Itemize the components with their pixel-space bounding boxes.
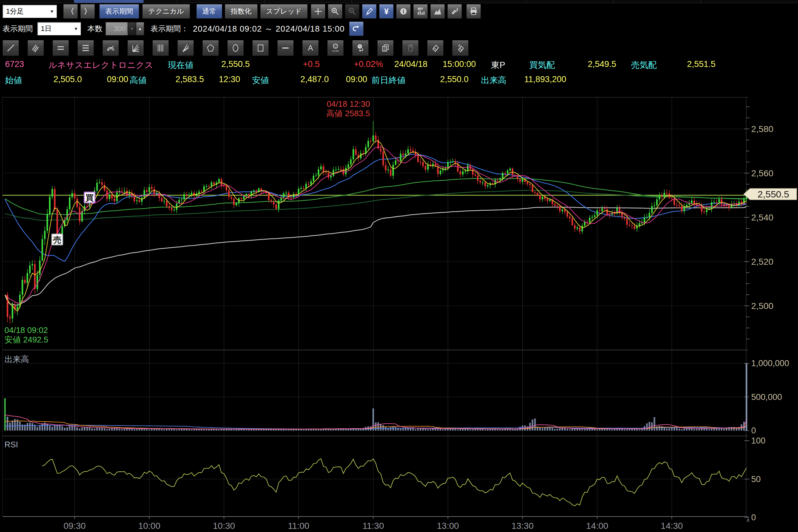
volume-bar (216, 429, 217, 431)
tool-fan-lines[interactable] (127, 40, 144, 56)
volume-bar (84, 427, 85, 431)
period-select[interactable]: 1日 ▼ (37, 22, 81, 35)
tool-trendline[interactable] (2, 40, 19, 56)
pentagon-icon (206, 43, 215, 53)
price-axis-label: 2,540 (751, 213, 773, 223)
chart-canvas[interactable]: 2,5802,5602,5402,5202,5001,000,000500,00… (0, 92, 798, 532)
tool-time-cycle[interactable] (352, 40, 369, 56)
volume-axis-label: 0 (751, 426, 756, 435)
volume-bar (57, 425, 58, 431)
candle-body (303, 188, 305, 189)
candle-body (335, 170, 337, 170)
candle-body (313, 176, 314, 181)
bar-count-up-button[interactable]: ▲ (136, 22, 144, 35)
volume-bar (106, 429, 108, 431)
tool-ellipse[interactable] (227, 40, 244, 56)
volume-bar (96, 428, 98, 431)
top-strip-accent (74, 0, 144, 3)
volume-bar (442, 429, 443, 431)
volume-bar (49, 425, 51, 431)
text-icon: A (306, 43, 314, 53)
volume-bar (218, 430, 220, 431)
candle-body (221, 179, 222, 186)
tool-copy-object[interactable] (377, 40, 394, 56)
info-button[interactable]: i (396, 4, 411, 19)
tool-vertical-lines[interactable] (152, 40, 169, 56)
volume-bar (32, 423, 33, 431)
candle-body (380, 149, 382, 152)
my-chart-button[interactable]: MY (413, 4, 428, 19)
volume-bar (116, 428, 117, 431)
volume-bar (246, 430, 247, 431)
time-axis-label: 10:00 (138, 521, 160, 531)
volume-bar (221, 429, 222, 431)
display-period-button[interactable]: 表示期間 (99, 4, 139, 19)
quote-time: 15:00:00 (442, 59, 476, 69)
tool-text[interactable]: A (302, 40, 319, 56)
draw-mode-button[interactable] (362, 4, 377, 19)
next-button[interactable]: 〉 (80, 4, 95, 19)
tool-horizontal-line[interactable] (277, 40, 294, 56)
interval-select[interactable]: 1分足 ▼ (2, 5, 57, 18)
reset-range-button[interactable] (349, 21, 364, 36)
candle-body (539, 195, 541, 200)
settings-button[interactable] (447, 4, 462, 19)
time-axis-label: 10:30 (213, 521, 235, 531)
candle-body (124, 191, 125, 191)
volume-bar (258, 429, 259, 431)
tool-icon-stamp[interactable]: ICON (327, 40, 344, 56)
tool-two-horizontal-lines[interactable] (53, 40, 69, 56)
tool-hand-drag[interactable] (402, 40, 419, 56)
volume-bar (131, 429, 133, 431)
volume-bar (151, 429, 153, 431)
tool-pentagon[interactable] (202, 40, 219, 56)
tool-rectangle[interactable] (252, 40, 269, 56)
tool-eraser-text[interactable]: A (452, 40, 469, 56)
pencil-icon (365, 7, 374, 16)
eraser-icon (431, 43, 439, 53)
tool-parallel-channel[interactable] (28, 40, 44, 56)
print-button[interactable] (466, 4, 481, 19)
icon-stamp-icon: ICON (331, 43, 340, 53)
candle-body (286, 192, 287, 193)
trendline-icon (7, 43, 15, 53)
crosshair-button[interactable] (311, 4, 325, 19)
volume-bar (275, 430, 277, 431)
candle-body (226, 186, 227, 190)
volume-bar (303, 430, 305, 431)
spread-mode-button[interactable]: スプレッド (260, 4, 308, 19)
bar-count-down-button[interactable]: ▼ (128, 22, 136, 35)
candle-body (345, 168, 346, 174)
tool-pitchfork[interactable] (177, 40, 194, 56)
technical-button[interactable]: テクニカル (142, 4, 190, 19)
candle-body (139, 200, 140, 202)
tool-eraser[interactable] (427, 40, 443, 56)
candle-body (268, 193, 269, 200)
prev-button[interactable]: 〈 (63, 4, 78, 19)
time-axis-label: 13:00 (437, 521, 459, 531)
printer-icon (469, 7, 478, 16)
zoom-out-button[interactable] (345, 4, 360, 19)
bar-count-input[interactable]: 300 (106, 22, 128, 35)
indexed-mode-button[interactable]: 指数化 (225, 4, 258, 19)
normal-mode-button[interactable]: 通常 (196, 4, 222, 19)
tool-three-horizontal-lines[interactable] (77, 40, 94, 56)
candle-body (519, 179, 521, 182)
volume-bar (666, 429, 668, 431)
svg-text:A: A (308, 43, 313, 52)
time-axis-label: 13:30 (511, 521, 534, 531)
tool-fibonacci-arc[interactable] (103, 40, 119, 56)
candle-body (649, 213, 650, 217)
candle-body (728, 206, 730, 208)
chart-area[interactable]: 2,5802,5602,5402,5202,5001,000,000500,00… (0, 92, 798, 532)
candle-body (407, 149, 409, 154)
candle-body (654, 205, 655, 206)
open-time: 09:00 (107, 75, 128, 84)
volume-bar (691, 429, 692, 431)
yen-display-button[interactable]: ¥ (379, 4, 394, 19)
volume-bar (497, 429, 498, 431)
zoom-in-button[interactable] (328, 4, 342, 19)
candle-body (477, 176, 479, 181)
volume-bar (544, 428, 546, 431)
chart-type-button[interactable] (430, 4, 445, 19)
